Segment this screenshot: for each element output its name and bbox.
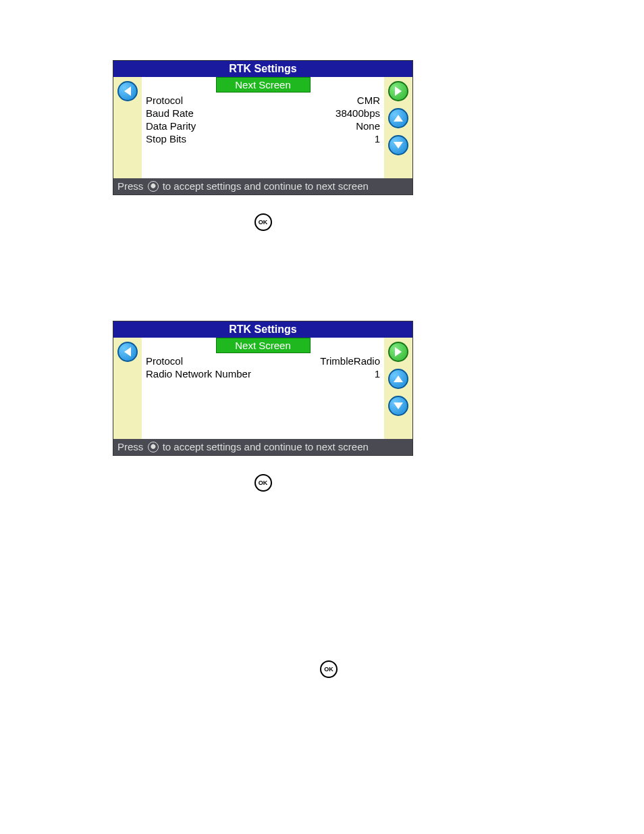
- setting-value: 38400bps: [336, 107, 380, 119]
- setting-value: 1: [375, 133, 380, 145]
- setting-row[interactable]: Radio Network Number 1: [146, 367, 380, 380]
- setting-label: Radio Network Number: [146, 368, 251, 380]
- ok-standalone: OK: [320, 660, 338, 678]
- ok-icon[interactable]: OK: [320, 660, 338, 678]
- forward-button[interactable]: [388, 342, 408, 362]
- next-screen-button[interactable]: Next Screen: [216, 338, 311, 353]
- setting-value: CMR: [357, 95, 380, 106]
- footer-hint: Press ⬤ to accept settings and continue …: [113, 439, 412, 455]
- arrow-right-icon: [395, 347, 402, 357]
- rtk-settings-panel-2: RTK Settings Next Screen Protocol Trimbl…: [113, 321, 413, 456]
- ok-below-panel-2: OK: [113, 474, 413, 492]
- setting-row[interactable]: Protocol CMR: [146, 94, 380, 107]
- setting-value: 1: [375, 368, 380, 380]
- setting-label: Data Parity: [146, 120, 196, 132]
- panel-body: Next Screen Protocol CMR Baud Rate 38400…: [113, 77, 412, 178]
- down-button[interactable]: [388, 135, 408, 155]
- arrow-down-icon: [394, 402, 403, 409]
- footer-text-post: to accept settings and continue to next …: [160, 180, 369, 192]
- right-side-column: [384, 338, 412, 439]
- up-button[interactable]: [388, 108, 408, 128]
- back-button[interactable]: [117, 81, 138, 101]
- setting-row[interactable]: Data Parity None: [146, 120, 380, 132]
- content-area: Next Screen Protocol CMR Baud Rate 38400…: [142, 77, 384, 178]
- down-button[interactable]: [388, 396, 408, 416]
- setting-label: Stop Bits: [146, 133, 186, 145]
- ok-inline-icon: ⬤: [148, 181, 159, 192]
- setting-row[interactable]: Protocol TrimbleRadio: [146, 355, 380, 367]
- arrow-up-icon: [394, 375, 403, 382]
- right-side-column: [384, 77, 412, 178]
- setting-value: None: [356, 120, 380, 132]
- arrow-left-icon: [124, 86, 131, 96]
- setting-row[interactable]: Baud Rate 38400bps: [146, 107, 380, 120]
- footer-hint: Press ⬤ to accept settings and continue …: [113, 178, 412, 194]
- setting-label: Protocol: [146, 95, 183, 106]
- rtk-settings-panel-1: RTK Settings Next Screen Protocol CMR Ba…: [113, 60, 413, 195]
- ok-icon[interactable]: OK: [254, 213, 272, 231]
- footer-text-post: to accept settings and continue to next …: [160, 441, 369, 452]
- setting-value: TrimbleRadio: [320, 355, 380, 367]
- panel-body: Next Screen Protocol TrimbleRadio Radio …: [113, 338, 412, 439]
- setting-label: Baud Rate: [146, 107, 194, 119]
- panel-title: RTK Settings: [113, 321, 412, 338]
- arrow-up-icon: [394, 115, 403, 122]
- settings-rows: Protocol TrimbleRadio Radio Network Numb…: [142, 353, 384, 382]
- content-area: Next Screen Protocol TrimbleRadio Radio …: [142, 338, 384, 439]
- footer-text-pre: Press: [117, 180, 146, 192]
- panel-title: RTK Settings: [113, 61, 412, 77]
- left-side-column: [113, 77, 142, 178]
- setting-label: Protocol: [146, 355, 183, 367]
- next-screen-button[interactable]: Next Screen: [216, 77, 311, 93]
- back-button[interactable]: [117, 342, 138, 362]
- left-side-column: [113, 338, 142, 439]
- footer-text-pre: Press: [117, 441, 146, 452]
- up-button[interactable]: [388, 369, 408, 389]
- forward-button[interactable]: [388, 81, 408, 101]
- ok-below-panel-1: OK: [113, 213, 413, 231]
- ok-inline-icon: ⬤: [148, 442, 159, 452]
- settings-rows: Protocol CMR Baud Rate 38400bps Data Par…: [142, 93, 384, 147]
- setting-row[interactable]: Stop Bits 1: [146, 132, 380, 145]
- ok-icon[interactable]: OK: [254, 474, 272, 492]
- arrow-right-icon: [395, 86, 402, 96]
- arrow-left-icon: [124, 347, 131, 357]
- arrow-down-icon: [394, 142, 403, 149]
